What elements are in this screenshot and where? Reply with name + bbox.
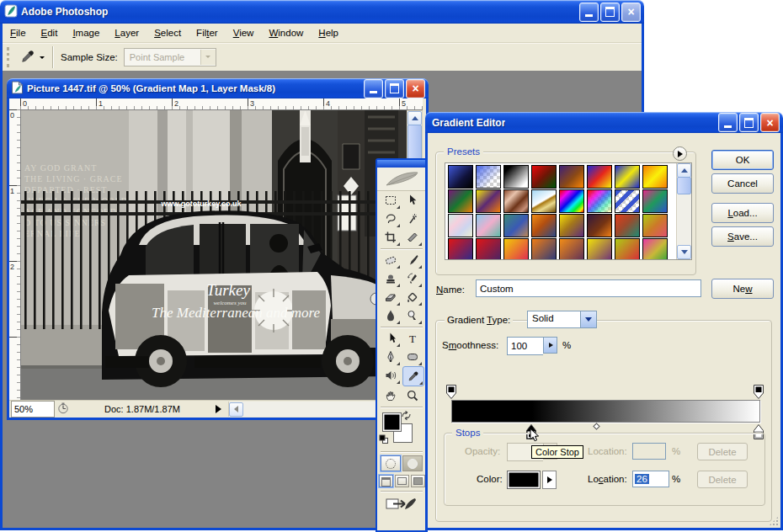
close-button[interactable]: × xyxy=(621,3,641,22)
menu-view[interactable]: View xyxy=(226,25,262,40)
ok-button[interactable]: OK xyxy=(711,150,774,170)
lasso-tool[interactable] xyxy=(381,210,401,228)
maximize-button[interactable] xyxy=(385,79,404,98)
magic-wand-tool[interactable] xyxy=(402,210,423,228)
path-select-tool[interactable] xyxy=(381,329,401,348)
healing-brush-tool[interactable] xyxy=(381,251,401,269)
standard-mode-button[interactable] xyxy=(381,455,401,471)
gradient-preset[interactable] xyxy=(448,238,473,260)
gradient-preset[interactable] xyxy=(615,214,640,237)
rect-marquee-tool[interactable] xyxy=(381,191,401,210)
gradient-preset[interactable] xyxy=(503,214,529,237)
hand-tool[interactable] xyxy=(381,386,401,405)
maximize-button[interactable] xyxy=(600,3,620,22)
toolbox-title-bar[interactable] xyxy=(377,160,426,168)
gradient-preset[interactable] xyxy=(476,189,501,213)
gradient-preset[interactable] xyxy=(476,165,501,189)
opacity-stop[interactable] xyxy=(753,384,764,402)
dialog-title-bar[interactable]: Gradient Editor × xyxy=(425,112,783,133)
gradient-preset[interactable] xyxy=(531,214,557,237)
gradient-preset[interactable] xyxy=(531,189,557,213)
gradient-preset[interactable] xyxy=(531,238,557,260)
eyedropper-tool-button[interactable] xyxy=(19,48,45,66)
move-tool[interactable] xyxy=(402,191,423,210)
image-canvas[interactable]: AY GOD GRANTTHE LIVING · GRACEDEPARTED ·… xyxy=(21,110,408,403)
menu-window[interactable]: Window xyxy=(261,25,311,40)
scroll-up-icon[interactable] xyxy=(407,111,422,125)
load-button[interactable]: Load... xyxy=(711,203,774,223)
gradient-preset[interactable] xyxy=(642,214,668,237)
clone-stamp-tool[interactable] xyxy=(381,269,401,288)
foreground-color-chip[interactable] xyxy=(382,412,402,432)
menu-image[interactable]: Image xyxy=(65,25,107,40)
sample-size-select[interactable]: Point Sample xyxy=(124,48,216,66)
presets-menu-button[interactable] xyxy=(673,146,687,161)
options-bar-grip[interactable] xyxy=(7,47,13,67)
gradient-preset[interactable] xyxy=(503,238,529,260)
new-button[interactable]: New xyxy=(711,279,774,299)
menu-layer[interactable]: Layer xyxy=(107,25,146,40)
dodge-tool[interactable] xyxy=(402,306,423,325)
timer-icon[interactable] xyxy=(57,402,69,416)
gradient-preset[interactable] xyxy=(503,189,529,213)
gradient-name-input[interactable] xyxy=(476,279,701,297)
paint-bucket-tool[interactable] xyxy=(402,288,423,306)
fullscreen-menubar-button[interactable] xyxy=(395,475,409,487)
gradient-preset[interactable] xyxy=(587,189,612,213)
slice-tool[interactable] xyxy=(402,228,423,247)
history-brush-tool[interactable] xyxy=(402,269,423,288)
menu-file[interactable]: File xyxy=(3,25,34,40)
smoothness-input[interactable] xyxy=(507,337,557,355)
type-tool[interactable]: T xyxy=(402,329,423,348)
gradient-preset[interactable] xyxy=(587,238,612,260)
gradient-preset[interactable] xyxy=(559,189,584,213)
shape-tool[interactable] xyxy=(402,348,423,366)
gradient-preset[interactable] xyxy=(448,214,473,237)
scroll-up-icon[interactable] xyxy=(677,163,691,178)
stop-color-swatch[interactable] xyxy=(507,471,541,489)
scroll-down-icon[interactable] xyxy=(677,245,691,259)
menu-filter[interactable]: Filter xyxy=(189,25,226,40)
gradient-preset[interactable] xyxy=(615,238,640,260)
gradient-type-select[interactable]: Solid xyxy=(527,311,597,328)
eraser-tool[interactable] xyxy=(381,288,401,306)
close-button[interactable]: × xyxy=(406,79,425,98)
maximize-button[interactable] xyxy=(739,113,759,132)
pen-tool[interactable] xyxy=(381,348,401,366)
scrollbar-thumb[interactable] xyxy=(677,177,691,194)
gradient-preset[interactable] xyxy=(476,214,501,237)
gradient-preset[interactable] xyxy=(587,214,612,237)
gradient-preset[interactable] xyxy=(615,165,640,189)
standard-screen-button[interactable] xyxy=(379,475,393,487)
gradient-preset[interactable] xyxy=(642,165,668,189)
status-menu-arrow-icon[interactable] xyxy=(216,405,226,413)
close-button[interactable]: × xyxy=(760,113,780,132)
audio-annotation-tool[interactable] xyxy=(381,366,401,385)
gradient-preset[interactable] xyxy=(448,165,473,189)
crop-tool[interactable] xyxy=(381,228,401,247)
jump-to-imageready-button[interactable] xyxy=(377,493,426,515)
vertical-ruler[interactable]: 012 xyxy=(9,109,21,403)
color-location-input[interactable]: 26 xyxy=(632,471,669,487)
gradient-preset[interactable] xyxy=(531,165,557,189)
menu-help[interactable]: Help xyxy=(311,25,346,40)
photoshop-feather-logo[interactable] xyxy=(377,168,426,191)
gradient-preset[interactable] xyxy=(503,165,529,189)
swap-colors-icon[interactable] xyxy=(401,411,412,423)
eyedropper-tool[interactable] xyxy=(402,366,424,386)
slider-arrow-icon[interactable] xyxy=(543,337,557,354)
scroll-left-icon[interactable] xyxy=(229,402,243,417)
smoothness-value[interactable] xyxy=(507,337,543,355)
gradient-preset[interactable] xyxy=(476,238,501,260)
fullscreen-button[interactable] xyxy=(411,475,425,487)
gradient-preset[interactable] xyxy=(448,189,473,213)
gradient-preset[interactable] xyxy=(642,238,668,260)
gradient-preset[interactable] xyxy=(587,165,612,189)
gradient-preset[interactable] xyxy=(559,214,584,237)
opacity-stop[interactable] xyxy=(445,384,457,402)
minimize-button[interactable] xyxy=(364,79,383,98)
default-colors-icon[interactable] xyxy=(379,434,389,446)
gradient-preset[interactable] xyxy=(615,189,640,213)
menu-select[interactable]: Select xyxy=(146,25,189,40)
document-size-status[interactable]: Doc: 1.87M/1.87M xyxy=(72,404,213,414)
